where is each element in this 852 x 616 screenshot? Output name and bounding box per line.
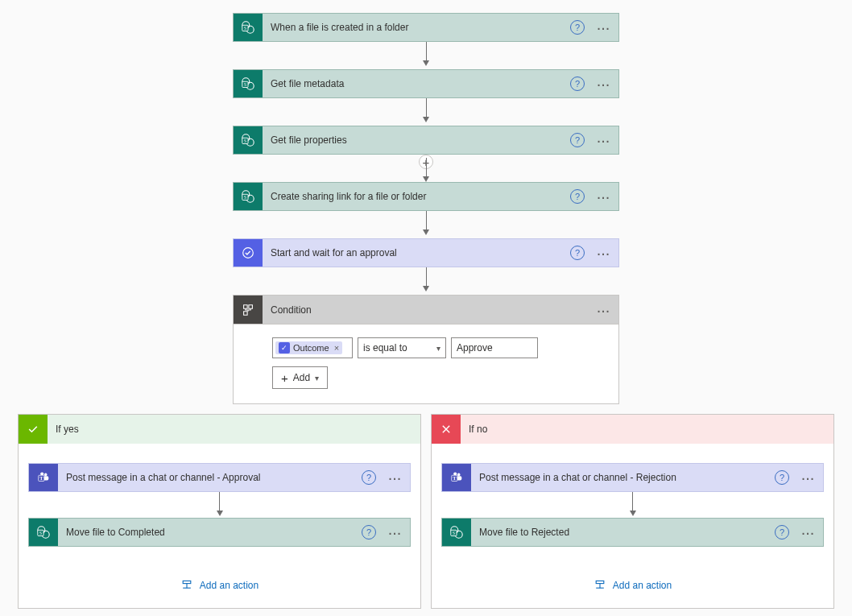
condition-title: Condition: [263, 304, 591, 316]
sharepoint-icon: S: [29, 519, 58, 546]
connector-arrow: +: [233, 155, 619, 182]
flow-step-get-properties[interactable]: S Get file properties ? ···: [233, 126, 619, 155]
more-icon[interactable]: ···: [796, 530, 820, 535]
help-icon[interactable]: ?: [362, 470, 376, 485]
branch-label: If yes: [48, 424, 79, 435]
help-icon[interactable]: ?: [570, 20, 585, 35]
step-label: When a file is created in a folder: [263, 22, 570, 33]
remove-token-icon[interactable]: ×: [334, 343, 339, 353]
connector-arrow: [233, 211, 619, 238]
add-action-button[interactable]: Add an action: [441, 579, 824, 592]
add-action-icon: [180, 579, 193, 592]
connector-arrow: [441, 492, 824, 518]
flow-step-trigger[interactable]: S When a file is created in a folder ? ·…: [233, 13, 619, 42]
condition-control[interactable]: Condition ··· ✓ Outcome × is equal to ▾: [233, 295, 619, 404]
sharepoint-icon: S: [234, 14, 263, 41]
chevron-down-icon: ▾: [436, 344, 440, 353]
plus-icon: +: [281, 371, 288, 385]
svg-text:S: S: [244, 82, 246, 87]
more-icon[interactable]: ···: [591, 81, 615, 86]
branch-yes-header[interactable]: If yes: [19, 415, 420, 444]
connector-arrow: [28, 492, 411, 518]
branch-yes: If yes T Post message in a chat or chann…: [18, 414, 421, 609]
approval-icon: [234, 239, 263, 267]
condition-left-operand[interactable]: ✓ Outcome ×: [272, 337, 353, 358]
more-icon[interactable]: ···: [591, 250, 615, 255]
operator-label: is equal to: [363, 342, 407, 353]
teams-icon: T: [442, 464, 471, 491]
step-label: Move file to Rejected: [471, 527, 775, 538]
svg-text:S: S: [453, 531, 455, 535]
dynamic-content-token[interactable]: ✓ Outcome ×: [275, 341, 342, 354]
flow-step-create-share-link[interactable]: S Create sharing link for a file or fold…: [233, 182, 619, 211]
sharepoint-icon: S: [234, 183, 263, 210]
flow-step-post-rejection[interactable]: T Post message in a chat or channel - Re…: [441, 463, 824, 492]
condition-body: ✓ Outcome × is equal to ▾ Approve +: [234, 325, 618, 403]
help-icon[interactable]: ?: [570, 133, 585, 147]
more-icon[interactable]: ···: [591, 308, 615, 312]
more-icon[interactable]: ···: [383, 530, 407, 535]
flow-step-move-rejected[interactable]: S Move file to Rejected ? ···: [441, 518, 824, 547]
svg-text:S: S: [244, 26, 246, 31]
branch-no: If no T Post message in a chat or channe…: [431, 414, 834, 609]
cross-icon: [432, 415, 461, 444]
svg-rect-38: [596, 581, 604, 583]
chevron-down-icon: ▾: [315, 374, 319, 382]
approval-icon: ✓: [279, 342, 290, 353]
more-icon[interactable]: ···: [591, 194, 615, 199]
svg-text:S: S: [244, 195, 246, 200]
condition-icon: [234, 296, 263, 324]
more-icon[interactable]: ···: [591, 25, 615, 30]
svg-rect-26: [183, 581, 191, 583]
branch-label: If no: [461, 424, 487, 435]
condition-right-operand[interactable]: Approve: [451, 337, 538, 358]
more-icon[interactable]: ···: [383, 475, 407, 480]
token-label: Outcome: [293, 343, 329, 353]
sharepoint-icon: S: [442, 519, 471, 546]
help-icon[interactable]: ?: [570, 246, 585, 260]
condition-operator-select[interactable]: is equal to ▾: [358, 337, 446, 358]
svg-point-29: [457, 473, 461, 477]
branch-no-header[interactable]: If no: [432, 415, 833, 444]
step-label: Post message in a chat or channel - Appr…: [58, 472, 362, 483]
svg-point-17: [44, 473, 48, 477]
more-icon[interactable]: ···: [796, 475, 820, 480]
connector-arrow: [233, 42, 619, 69]
condition-row: ✓ Outcome × is equal to ▾ Approve: [272, 337, 580, 358]
connector-arrow: [233, 98, 619, 126]
add-action-button[interactable]: Add an action: [28, 579, 411, 592]
add-action-icon: [594, 579, 606, 592]
help-icon[interactable]: ?: [775, 525, 789, 540]
more-icon[interactable]: ···: [591, 138, 615, 143]
help-icon[interactable]: ?: [775, 470, 789, 485]
step-label: Get file properties: [263, 134, 570, 146]
flow-step-approval[interactable]: Start and wait for an approval ? ···: [233, 238, 619, 267]
connector-arrow: [233, 267, 619, 295]
svg-text:S: S: [244, 138, 246, 143]
sharepoint-icon: S: [234, 126, 263, 154]
step-label: Create sharing link for a file or folder: [263, 191, 570, 202]
step-label: Start and wait for an approval: [263, 247, 570, 258]
teams-icon: T: [29, 464, 58, 491]
flow-step-get-metadata[interactable]: S Get file metadata ? ···: [233, 69, 619, 98]
value-label: Approve: [457, 342, 493, 353]
help-icon[interactable]: ?: [570, 189, 585, 204]
step-label: Move file to Completed: [58, 527, 362, 538]
sharepoint-icon: S: [234, 70, 263, 97]
add-action-label: Add an action: [200, 580, 258, 591]
flow-step-move-completed[interactable]: S Move file to Completed ? ···: [28, 518, 411, 547]
step-label: Post message in a chat or channel - Reje…: [471, 472, 775, 483]
condition-header[interactable]: Condition ···: [234, 296, 618, 325]
svg-text:S: S: [39, 531, 42, 535]
help-icon[interactable]: ?: [570, 76, 585, 91]
step-label: Get file metadata: [263, 78, 570, 89]
flow-step-post-approval[interactable]: T Post message in a chat or channel - Ap…: [28, 463, 411, 492]
add-action-label: Add an action: [613, 580, 672, 591]
check-icon: [19, 415, 48, 444]
add-condition-button[interactable]: + Add ▾: [272, 366, 328, 389]
help-icon[interactable]: ?: [362, 525, 376, 540]
add-label: Add: [293, 372, 310, 383]
